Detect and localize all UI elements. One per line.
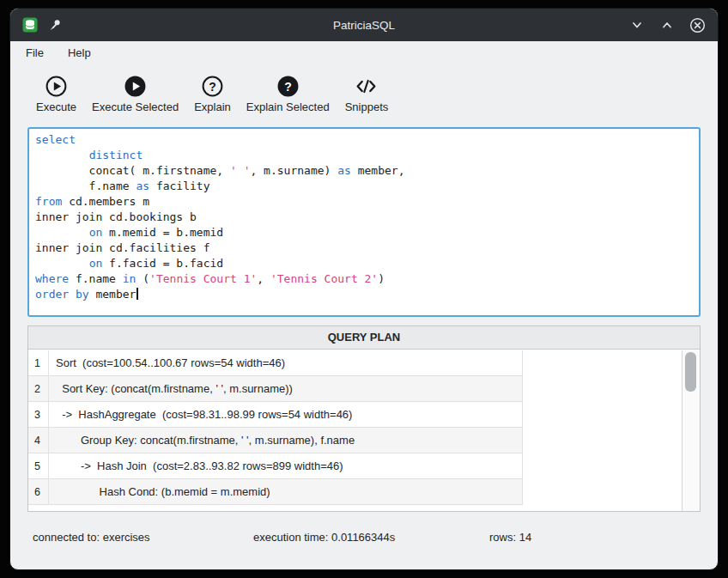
app-icon xyxy=(22,17,38,33)
sql-editor[interactable]: select distinct concat( m.firstname, ' '… xyxy=(27,127,701,317)
toolbar: Execute Execute Selected ? Explain ? Exp… xyxy=(10,64,718,127)
vertical-scrollbar[interactable] xyxy=(682,350,700,511)
query-plan-header: QUERY PLAN xyxy=(28,326,700,350)
row-number: 1 xyxy=(28,350,49,375)
explain-selected-button[interactable]: ? Explain Selected xyxy=(246,75,330,113)
execute-button[interactable]: Execute xyxy=(36,75,76,113)
editor-line: on m.memid = b.memid xyxy=(35,225,693,240)
editor-line: select xyxy=(35,132,693,148)
status-bar: connected to: exercises execution time: … xyxy=(10,512,718,569)
query-plan-panel: QUERY PLAN 1Sort (cost=100.54..100.67 ro… xyxy=(27,326,701,512)
window-title: PatriciaSQL xyxy=(10,19,718,32)
query-plan-rows: 1Sort (cost=100.54..100.67 rows=54 width… xyxy=(28,350,523,505)
row-text: Group Key: concat(m.firstname, ' ', m.su… xyxy=(49,428,523,453)
toolbar-label: Explain Selected xyxy=(246,100,330,113)
editor-line: inner join cd.facilities f xyxy=(35,240,693,256)
menu-bar: File Help xyxy=(10,41,718,64)
svg-text:?: ? xyxy=(209,80,216,94)
editor-line: from cd.members m xyxy=(35,194,693,210)
execute-selected-button[interactable]: Execute Selected xyxy=(92,75,179,113)
play-circle-outline-icon xyxy=(45,75,68,98)
editor-line: concat( m.firstname, ' ', m.surname) as … xyxy=(35,163,693,179)
row-text: -> HashAggregate (cost=98.31..98.99 rows… xyxy=(49,402,523,427)
editor-line: inner join cd.bookings b xyxy=(35,210,693,225)
query-plan-row[interactable]: 6 Hash Cond: (b.memid = m.memid) xyxy=(28,479,523,505)
code-icon xyxy=(355,75,378,98)
pin-icon[interactable] xyxy=(48,18,62,32)
row-text: Sort Key: (concat(m.firstname, ' ', m.su… xyxy=(49,376,523,401)
play-circle-filled-icon xyxy=(124,75,147,98)
toolbar-label: Explain xyxy=(194,100,231,113)
snippets-button[interactable]: Snippets xyxy=(345,75,389,113)
question-circle-outline-icon: ? xyxy=(201,75,224,98)
menu-file[interactable]: File xyxy=(22,45,47,61)
menu-help[interactable]: Help xyxy=(64,45,94,61)
scrollbar-thumb[interactable] xyxy=(685,352,696,392)
query-plan-row[interactable]: 4 Group Key: concat(m.firstname, ' ', m.… xyxy=(28,428,523,453)
titlebar[interactable]: PatriciaSQL xyxy=(10,9,718,41)
row-number: 6 xyxy=(28,479,49,504)
row-text: Hash Cond: (b.memid = m.memid) xyxy=(49,479,523,504)
app-window: PatriciaSQL File Help xyxy=(9,8,719,570)
editor-line: on f.facid = b.facid xyxy=(35,256,693,271)
row-number: 3 xyxy=(28,402,49,427)
toolbar-label: Execute Selected xyxy=(92,100,179,113)
maximize-button[interactable] xyxy=(658,16,676,33)
editor-line: f.name as facility xyxy=(35,179,693,194)
minimize-button[interactable] xyxy=(628,16,646,33)
svg-text:?: ? xyxy=(284,80,292,94)
explain-button[interactable]: ? Explain xyxy=(194,75,231,113)
desktop-background: PatriciaSQL File Help xyxy=(0,0,728,578)
query-plan-row[interactable]: 3 -> HashAggregate (cost=98.31..98.99 ro… xyxy=(28,402,523,428)
row-number: 2 xyxy=(28,376,49,401)
status-connected: connected to: exercises xyxy=(33,531,253,544)
row-text: -> Hash Join (cost=2.83..93.82 rows=899 … xyxy=(49,453,523,478)
toolbar-label: Snippets xyxy=(345,100,389,113)
text-cursor xyxy=(136,288,138,300)
query-plan-row[interactable]: 2 Sort Key: (concat(m.firstname, ' ', m.… xyxy=(28,376,523,402)
row-number: 4 xyxy=(28,428,49,453)
status-rows: rows: 14 xyxy=(489,531,531,544)
editor-line: order by member xyxy=(35,287,693,302)
editor-line: distinct xyxy=(35,148,693,163)
query-plan-row[interactable]: 1Sort (cost=100.54..100.67 rows=54 width… xyxy=(28,350,523,376)
close-button[interactable] xyxy=(689,16,706,33)
status-execution-time: execution time: 0.01166344s xyxy=(253,531,489,544)
query-plan-row[interactable]: 5 -> Hash Join (cost=2.83..93.82 rows=89… xyxy=(28,453,523,479)
row-number: 5 xyxy=(28,453,49,478)
row-text: Sort (cost=100.54..100.67 rows=54 width=… xyxy=(49,350,523,375)
editor-line: where f.name in ('Tennis Court 1', 'Tenn… xyxy=(35,271,693,287)
toolbar-label: Execute xyxy=(36,100,76,113)
question-circle-filled-icon: ? xyxy=(276,75,300,98)
